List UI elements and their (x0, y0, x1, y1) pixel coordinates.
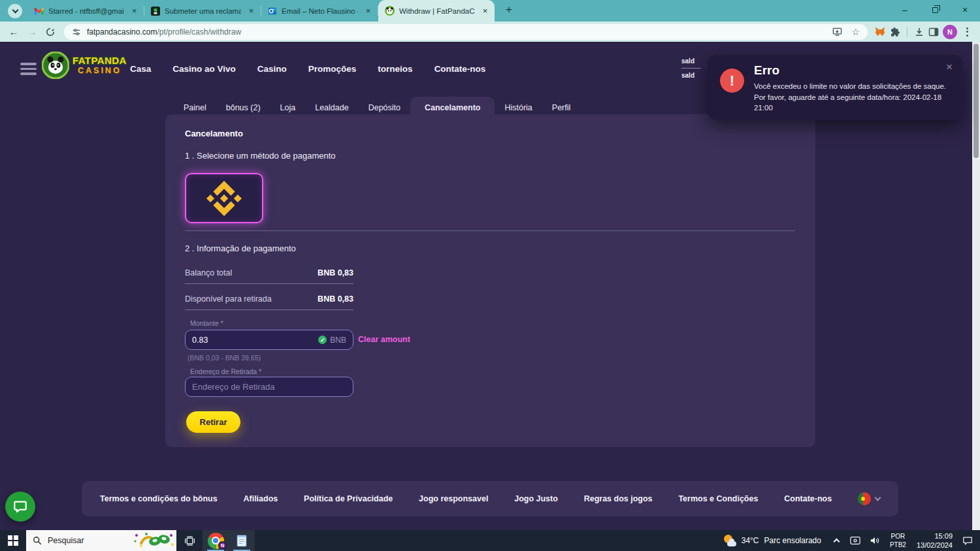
volume-button[interactable] (868, 530, 882, 551)
footer-link-jogo-responsavel[interactable]: Jogo responsavel (419, 494, 488, 503)
footer-link-privacidade[interactable]: Política de Privacidade (304, 494, 393, 503)
speaker-icon (870, 536, 880, 545)
language-indicator[interactable]: POR PTB2 (887, 532, 909, 549)
toolbar-divider (907, 27, 907, 37)
address-field-wrap (185, 377, 353, 397)
reload-button[interactable] (43, 25, 57, 39)
tab-cancelamento[interactable]: Cancelamento (410, 97, 495, 114)
logo-text: FATPANDA CASINO (73, 55, 127, 75)
toast-message: Você excedeu o limite no valor das solic… (754, 81, 947, 114)
payment-method-binance[interactable] (185, 173, 263, 223)
browser-tab-gmail[interactable]: Starred - ntfbsff@gmail.com - G × (27, 0, 144, 22)
tray-expand-icon[interactable] (833, 539, 840, 545)
nav-item-casino-ao-vivo[interactable]: Casino ao Vivo (172, 64, 236, 74)
side-panel-icon[interactable] (928, 27, 939, 37)
amount-input[interactable] (192, 336, 318, 345)
tab-close-icon[interactable]: × (363, 5, 374, 16)
footer-link-regras[interactable]: Regras dos jogos (584, 494, 653, 503)
balance-total-value: BNB 0,83 (318, 268, 353, 277)
weather-temp: 34°C (742, 536, 759, 545)
tab-historia[interactable]: História (495, 97, 542, 114)
tab-bonus[interactable]: bônus (2) (216, 97, 270, 114)
clear-amount-link[interactable]: Clear amount (358, 335, 410, 344)
taskbar-notepad-button[interactable] (229, 530, 255, 551)
action-center-button[interactable] (960, 530, 975, 551)
scrollbar-thumb[interactable] (973, 44, 979, 158)
screen: Starred - ntfbsff@gmail.com - G × Submet… (0, 0, 980, 551)
footer-link-afiliados[interactable]: Afiliados (243, 494, 278, 503)
footer-link-jogo-justo[interactable]: Jogo Justo (514, 494, 558, 503)
taskbar-search[interactable]: Pesquisar (26, 530, 176, 551)
downloads-icon[interactable] (914, 27, 924, 37)
error-toast: ! Erro Você excedeu o limite no valor da… (708, 55, 962, 120)
nav-item-casa[interactable]: Casa (130, 64, 151, 74)
url-text: fatpandacasino.com/pt/profile/cash/withd… (87, 27, 241, 37)
install-app-icon[interactable] (832, 27, 842, 37)
tab-lealdade[interactable]: Lealdade (305, 97, 358, 114)
footer-link-termos[interactable]: Termos e Condições (678, 494, 758, 503)
tab-close-icon[interactable]: × (129, 5, 140, 16)
amount-field-wrap: ✓ BNB (185, 330, 353, 350)
hamburger-menu-icon[interactable] (20, 63, 37, 75)
browser-tab-fatpanda-active[interactable]: Withdraw | FatPandaCasino × (378, 0, 495, 22)
main-nav: Casa Casino ao Vivo Casino Promoções tor… (130, 64, 485, 74)
tab-close-icon[interactable]: × (246, 5, 257, 16)
new-tab-button[interactable]: + (500, 1, 518, 19)
casino-page: FATPANDA CASINO Casa Casino ao Vivo Casi… (0, 42, 980, 530)
footer-link-contate-nos[interactable]: Contate-nos (784, 494, 832, 503)
page-scrollbar[interactable] (972, 42, 980, 530)
site-settings-icon[interactable] (72, 27, 81, 37)
window-minimize-button[interactable]: – (890, 0, 920, 20)
reload-icon (46, 27, 55, 37)
tab-perfil[interactable]: Perfil (542, 97, 580, 114)
window-restore-button[interactable] (920, 0, 950, 20)
tab-loja[interactable]: Loja (270, 97, 306, 114)
start-button[interactable] (0, 530, 26, 551)
nav-item-casino[interactable]: Casino (257, 64, 287, 74)
metamask-icon[interactable] (874, 26, 886, 37)
balance-total-label: Balanço total (185, 268, 232, 277)
tab-search-button[interactable] (8, 4, 22, 18)
toast-close-icon[interactable]: × (946, 61, 953, 74)
meet-now-button[interactable] (848, 530, 862, 551)
tab-title: Submeter uma reclamação (165, 7, 241, 15)
language-selector[interactable] (858, 492, 880, 505)
task-view-button[interactable] (176, 530, 203, 551)
nav-item-torneios[interactable]: torneios (378, 64, 412, 74)
withdraw-address-input[interactable] (192, 383, 346, 392)
outlook-icon (268, 7, 277, 16)
live-chat-button[interactable] (5, 492, 35, 522)
gmail-icon (34, 7, 44, 15)
taskbar-clock[interactable]: 15:09 13/02/2024 (914, 531, 955, 550)
taskbar-chrome-button[interactable]: N (203, 530, 229, 551)
browser-tab-outlook[interactable]: Email – Neto Flausino – Outloo × (261, 0, 378, 22)
site-logo[interactable]: FATPANDA CASINO (42, 52, 127, 79)
browser-toolbar: ← → fatpandacasino.com/pt/profile/cash/w… (0, 22, 980, 42)
tab-close-icon[interactable]: × (480, 5, 491, 16)
browser-menu-icon[interactable] (961, 27, 973, 37)
meet-now-icon (850, 536, 860, 545)
profile-avatar[interactable]: N (943, 25, 957, 39)
extensions-icon[interactable] (890, 27, 900, 37)
footer-link-termos-bonus[interactable]: Termos e condições do bônus (100, 494, 218, 503)
section-divider (185, 230, 795, 231)
available-row: Disponível para retirada BNB 0,83 (185, 294, 353, 310)
binance-icon (206, 181, 242, 216)
forward-button[interactable]: → (25, 25, 39, 39)
address-bar[interactable]: fatpandacasino.com/pt/profile/cash/withd… (64, 24, 868, 40)
nav-item-contate-nos[interactable]: Contate-nos (434, 64, 486, 74)
withdraw-submit-button[interactable]: Retirar (186, 411, 240, 433)
nav-item-promocoes[interactable]: Promoções (308, 64, 357, 74)
tab-painel[interactable]: Painel (174, 97, 216, 114)
withdraw-panel: Cancelamento 1 . Selecione um método de … (165, 114, 815, 447)
browser-tab-reclamacao[interactable]: Submeter uma reclamação × (144, 0, 261, 22)
back-button[interactable]: ← (7, 25, 21, 39)
chevron-down-icon (875, 494, 881, 501)
tab-title: Withdraw | FatPandaCasino (399, 7, 475, 15)
bookmark-star-icon[interactable]: ☆ (851, 27, 860, 37)
step2-label: 2 . Informação de pagamento (185, 244, 296, 253)
tab-deposito[interactable]: Depósito (359, 97, 410, 114)
window-close-button[interactable]: × (950, 0, 980, 20)
restore-icon (932, 7, 938, 13)
weather-widget[interactable]: 34°C Parc ensolarado (719, 535, 825, 546)
